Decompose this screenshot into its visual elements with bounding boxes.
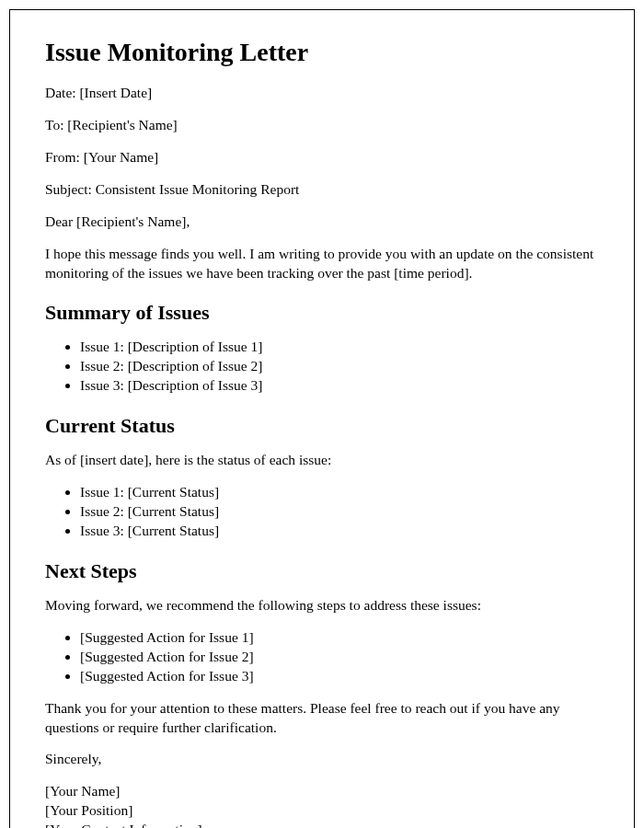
list-item: Issue 1: [Current Status] — [80, 483, 599, 502]
to-line: To: [Recipient's Name] — [45, 116, 599, 135]
status-list: Issue 1: [Current Status] Issue 2: [Curr… — [80, 483, 599, 541]
list-item: Issue 3: [Current Status] — [80, 522, 599, 541]
signature-name: [Your Name] — [45, 782, 599, 801]
intro-paragraph: I hope this message finds you well. I am… — [45, 245, 599, 283]
signature-contact: [Your Contact Information] — [45, 821, 599, 828]
list-item: [Suggested Action for Issue 1] — [80, 628, 599, 648]
list-item: Issue 2: [Description of Issue 2] — [80, 357, 599, 376]
subject-line: Subject: Consistent Issue Monitoring Rep… — [45, 180, 599, 200]
next-steps-heading: Next Steps — [45, 559, 599, 583]
thanks-paragraph: Thank you for your attention to these ma… — [45, 699, 599, 738]
list-item: Issue 1: [Description of Issue 1] — [80, 338, 599, 357]
date-line: Date: [Insert Date] — [45, 84, 599, 103]
document-page: Issue Monitoring Letter Date: [Insert Da… — [9, 9, 635, 828]
signature-position: [Your Position] — [45, 801, 599, 821]
from-line: From: [Your Name] — [45, 148, 599, 167]
list-item: [Suggested Action for Issue 3] — [80, 667, 599, 686]
status-intro: As of [insert date], here is the status … — [45, 451, 599, 470]
page-title: Issue Monitoring Letter — [45, 38, 599, 67]
next-steps-intro: Moving forward, we recommend the followi… — [45, 596, 599, 615]
closing: Sincerely, — [45, 750, 599, 769]
list-item: Issue 3: [Description of Issue 3] — [80, 376, 599, 396]
summary-heading: Summary of Issues — [45, 301, 599, 325]
list-item: Issue 2: [Current Status] — [80, 502, 599, 522]
status-heading: Current Status — [45, 414, 599, 438]
list-item: [Suggested Action for Issue 2] — [80, 648, 599, 667]
next-steps-list: [Suggested Action for Issue 1] [Suggeste… — [80, 628, 599, 686]
summary-list: Issue 1: [Description of Issue 1] Issue … — [80, 338, 599, 396]
salutation: Dear [Recipient's Name], — [45, 213, 599, 232]
